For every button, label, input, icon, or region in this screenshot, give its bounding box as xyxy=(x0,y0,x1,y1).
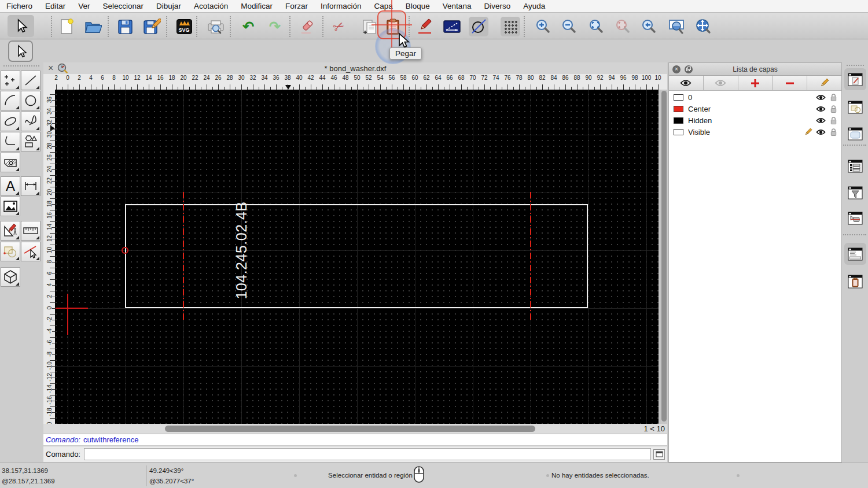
layer-row[interactable]: Visible xyxy=(669,126,841,138)
layer-row[interactable]: 0 xyxy=(669,91,841,103)
panel-close-button[interactable]: × xyxy=(672,65,681,73)
pan-button[interactable] xyxy=(693,17,713,36)
layer-lock-icon[interactable] xyxy=(829,116,838,125)
distance-button[interactable] xyxy=(442,17,462,36)
layer-lock-icon[interactable] xyxy=(829,93,838,102)
menu-bloque[interactable]: Bloque xyxy=(399,0,436,13)
modify-tool[interactable] xyxy=(1,221,20,241)
zoom-in-button[interactable] xyxy=(534,17,553,36)
part-number-text[interactable]: 104.245.02.4B xyxy=(233,187,250,314)
measure-tool[interactable] xyxy=(21,221,41,241)
redo-button[interactable]: ↷ xyxy=(265,17,285,36)
snap-grid-button[interactable] xyxy=(501,17,520,36)
ellipse-tool[interactable] xyxy=(1,112,20,131)
arc-tool[interactable] xyxy=(1,91,20,110)
undo-button[interactable]: ↶ xyxy=(238,17,258,36)
select-tool-button[interactable] xyxy=(8,15,34,37)
polyline-tool[interactable] xyxy=(1,132,20,151)
v-ruler-label: -16 xyxy=(46,395,53,406)
drawing-canvas[interactable]: 104.245.02.4B xyxy=(55,90,659,424)
solids-tool[interactable] xyxy=(1,267,20,287)
centerline-right[interactable] xyxy=(530,192,531,320)
delete-button[interactable] xyxy=(297,17,317,36)
centerline-left[interactable] xyxy=(183,192,184,320)
export-svg-button[interactable]: SVG xyxy=(174,17,194,36)
layer-visibility-icon[interactable] xyxy=(816,106,826,112)
panel-float-button[interactable] xyxy=(685,65,693,73)
points-tool[interactable] xyxy=(1,71,20,90)
menu-diverso[interactable]: Diverso xyxy=(477,0,517,13)
remove-layer-button[interactable] xyxy=(773,76,807,90)
dimension-tool[interactable] xyxy=(21,176,41,196)
show-all-layers-button[interactable] xyxy=(669,76,704,90)
palette-handle[interactable] xyxy=(3,65,39,66)
menu-editar[interactable]: Editar xyxy=(39,0,72,13)
order-tool[interactable] xyxy=(1,242,20,261)
circle-tool[interactable] xyxy=(21,91,41,110)
layer-visibility-icon[interactable] xyxy=(816,94,826,101)
horizontal-scrollbar[interactable]: 1 < 10 xyxy=(43,424,667,434)
save-button[interactable] xyxy=(115,17,135,36)
part-outline-rectangle[interactable] xyxy=(125,204,588,308)
menu-modificar[interactable]: Modificar xyxy=(234,0,279,13)
horizontal-scrollbar-thumb[interactable] xyxy=(165,426,535,432)
dock-block-list-button[interactable] xyxy=(844,96,866,118)
menu-información[interactable]: Información xyxy=(314,0,368,13)
spline-tool[interactable] xyxy=(21,112,41,131)
entity-info-button[interactable] xyxy=(469,17,488,36)
layer-color-swatch[interactable] xyxy=(674,129,683,135)
polygon-tool[interactable] xyxy=(21,132,41,151)
command-input[interactable] xyxy=(84,448,651,460)
new-drawing-button[interactable] xyxy=(57,17,76,36)
zoom-auto-button[interactable] xyxy=(587,17,606,36)
hatch-tool[interactable] xyxy=(1,153,20,172)
vertical-scrollbar-thumb[interactable] xyxy=(661,91,667,422)
menu-dibujar[interactable]: Dibujar xyxy=(150,0,187,13)
attributes-button[interactable] xyxy=(415,17,435,36)
zoom-out-button[interactable] xyxy=(560,17,579,36)
open-drawing-button[interactable] xyxy=(83,17,103,36)
edit-layer-button[interactable] xyxy=(807,76,841,90)
dock-command-widget-button[interactable] xyxy=(844,243,866,265)
layer-visibility-icon[interactable] xyxy=(816,117,826,124)
h-ruler-label: 26 xyxy=(215,75,221,81)
zoom-previous-button[interactable] xyxy=(639,17,659,36)
menu-ventana[interactable]: Ventana xyxy=(436,0,478,13)
layer-color-swatch[interactable] xyxy=(674,106,683,112)
add-layer-button[interactable] xyxy=(738,76,773,90)
menu-seleccionar[interactable]: Seleccionar xyxy=(97,0,150,13)
copy-button[interactable] xyxy=(359,17,379,36)
dock-layer-list-button[interactable] xyxy=(844,68,866,90)
menu-forzar[interactable]: Forzar xyxy=(279,0,314,13)
menu-acotación[interactable]: Acotación xyxy=(187,0,234,13)
plus-icon xyxy=(751,79,760,88)
layer-lock-icon[interactable] xyxy=(829,105,838,113)
dock-selection-filter-button[interactable] xyxy=(844,182,866,204)
layer-row[interactable]: Center xyxy=(669,103,841,114)
print-preview-button[interactable] xyxy=(206,17,226,36)
layer-color-swatch[interactable] xyxy=(674,117,683,124)
layer-row[interactable]: Hidden xyxy=(669,114,841,126)
layer-color-swatch[interactable] xyxy=(674,94,683,101)
zoom-selection-button[interactable] xyxy=(613,17,633,36)
dock-entity-list-button[interactable] xyxy=(844,155,866,177)
menu-ayuda[interactable]: Ayuda xyxy=(517,0,551,13)
command-detach-button[interactable] xyxy=(653,449,665,460)
line-tool[interactable] xyxy=(21,71,41,90)
cut-button[interactable]: ✂ xyxy=(329,17,349,36)
dock-clipboard-button[interactable] xyxy=(844,271,866,293)
save-as-button[interactable] xyxy=(142,17,162,36)
dock-spotlight-button[interactable] xyxy=(844,207,866,229)
image-tool[interactable] xyxy=(1,197,20,216)
menu-ver[interactable]: Ver xyxy=(72,0,96,13)
deselect-tool[interactable] xyxy=(21,242,41,261)
menu-fichero[interactable]: Fichero xyxy=(0,0,39,13)
layer-lock-icon[interactable] xyxy=(829,128,838,136)
selection-pointer-button[interactable] xyxy=(8,40,33,62)
hide-all-layers-button[interactable] xyxy=(704,76,738,90)
vertical-scrollbar[interactable] xyxy=(660,90,667,424)
dock-library-browser-button[interactable] xyxy=(844,123,866,145)
layer-visibility-icon[interactable] xyxy=(816,129,826,135)
zoom-window-button[interactable] xyxy=(667,17,686,36)
text-tool[interactable]: A xyxy=(1,176,20,196)
